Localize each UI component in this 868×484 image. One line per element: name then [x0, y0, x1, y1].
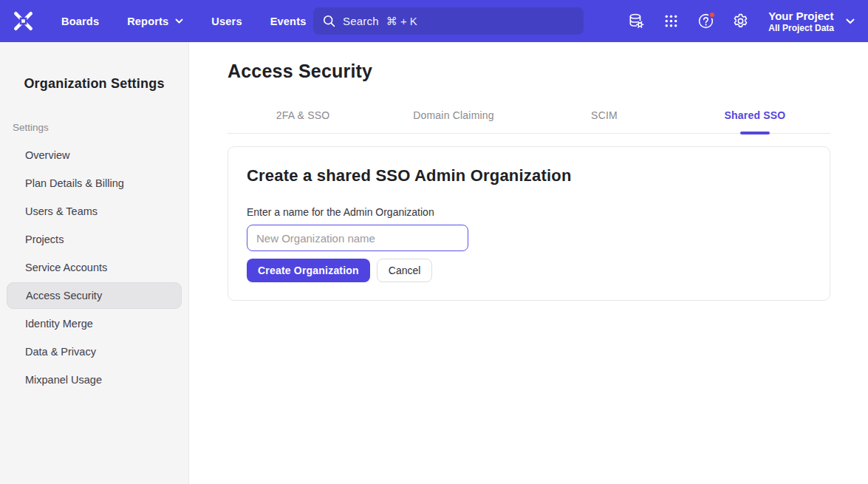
- help-button[interactable]: [693, 9, 718, 34]
- create-organization-button[interactable]: Create Organization: [247, 259, 370, 282]
- mixpanel-logo[interactable]: [13, 11, 33, 31]
- sidebar-item-mixpanel-usage[interactable]: Mixpanel Usage: [0, 366, 188, 394]
- settings-sidebar: Organization Settings Settings Overview …: [0, 42, 189, 484]
- sidebar-item-users-teams[interactable]: Users & Teams: [0, 197, 188, 225]
- apps-grid-button[interactable]: [658, 9, 683, 34]
- sidebar-nav-list: Overview Plan Details & Billing Users & …: [0, 141, 188, 394]
- nav-item-events[interactable]: Events: [270, 16, 307, 27]
- sidebar-item-projects[interactable]: Projects: [0, 225, 188, 253]
- cancel-button[interactable]: Cancel: [377, 259, 433, 282]
- nav-item-users[interactable]: Users: [211, 16, 242, 27]
- top-nav-right-group: Your Project All Project Data: [623, 0, 859, 42]
- tab-domain-claiming[interactable]: Domain Claiming: [378, 109, 529, 133]
- notification-dot: [708, 11, 716, 18]
- tab-2fa-sso[interactable]: 2FA & SSO: [228, 109, 378, 133]
- sidebar-item-service-accounts[interactable]: Service Accounts: [0, 253, 188, 282]
- project-selector-text: Your Project All Project Data: [768, 9, 834, 34]
- global-search-input[interactable]: Search ⌘ + K: [313, 7, 584, 35]
- chevron-down-icon: [175, 18, 183, 24]
- org-name-input[interactable]: [247, 225, 468, 251]
- project-name: Your Project: [768, 9, 834, 23]
- sidebar-title: Organization Settings: [0, 76, 188, 92]
- access-security-tabs: 2FA & SSO Domain Claiming SCIM Shared SS…: [228, 109, 830, 134]
- main-content: Access Security 2FA & SSO Domain Claimin…: [190, 42, 868, 484]
- chevron-down-icon: [846, 18, 855, 24]
- search-shortcut-hint: ⌘ + K: [386, 15, 417, 28]
- active-tab-underline: [740, 132, 770, 134]
- project-scope: All Project Data: [768, 23, 834, 34]
- card-title: Create a shared SSO Admin Organization: [247, 166, 809, 185]
- nav-item-users-label: Users: [211, 16, 242, 27]
- settings-gear-icon: [732, 13, 749, 30]
- settings-button[interactable]: [728, 9, 753, 34]
- search-placeholder: Search: [343, 15, 379, 27]
- data-management-button[interactable]: [623, 9, 649, 34]
- nav-item-events-label: Events: [270, 16, 307, 27]
- mixpanel-logo-icon: [13, 11, 33, 31]
- tab-shared-sso-label: Shared SSO: [725, 109, 786, 121]
- tab-shared-sso[interactable]: Shared SSO: [680, 109, 830, 133]
- project-selector[interactable]: Your Project All Project Data: [768, 9, 859, 34]
- data-management-icon: [628, 13, 645, 30]
- page-title: Access Security: [228, 42, 830, 82]
- sidebar-item-identity-merge[interactable]: Identity Merge: [0, 310, 188, 338]
- nav-item-boards[interactable]: Boards: [61, 16, 99, 27]
- top-navigation-bar: Boards Reports Users Events Search ⌘ + K: [0, 0, 868, 42]
- sidebar-item-overview[interactable]: Overview: [0, 141, 188, 169]
- org-name-label: Enter a name for the Admin Organization: [247, 206, 809, 218]
- apps-grid-icon: [663, 13, 679, 29]
- nav-item-reports[interactable]: Reports: [127, 16, 183, 27]
- nav-item-boards-label: Boards: [61, 16, 99, 27]
- sidebar-item-plan-details-billing[interactable]: Plan Details & Billing: [0, 169, 188, 197]
- search-icon: [323, 15, 335, 27]
- nav-item-reports-label: Reports: [127, 16, 168, 27]
- create-sso-org-card: Create a shared SSO Admin Organization E…: [228, 146, 830, 301]
- primary-nav-items: Boards Reports Users Events: [61, 16, 306, 27]
- card-button-row: Create Organization Cancel: [247, 259, 809, 282]
- sidebar-item-data-privacy[interactable]: Data & Privacy: [0, 338, 188, 366]
- sidebar-item-access-security[interactable]: Access Security: [7, 282, 182, 309]
- tab-scim[interactable]: SCIM: [529, 109, 680, 133]
- sidebar-section-label: Settings: [13, 122, 188, 133]
